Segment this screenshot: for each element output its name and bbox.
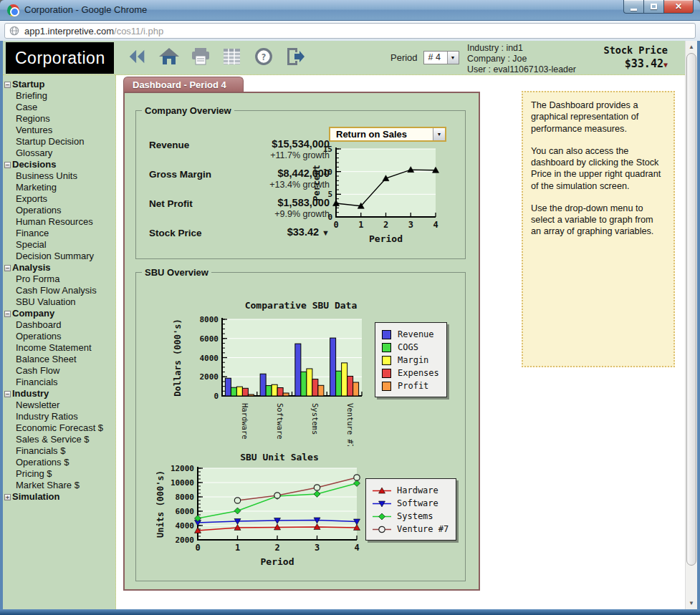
sidebar-item-financials-[interactable]: Financials $ (3, 445, 115, 457)
print-button[interactable] (189, 47, 211, 69)
sidebar-section-startup[interactable]: −Startup (3, 79, 115, 90)
session-info: Industry : ind1 Company : Joe User : eva… (467, 43, 576, 75)
spreadsheet-button[interactable] (221, 47, 243, 69)
sidebar-item-market-share-[interactable]: Market Share $ (3, 480, 115, 491)
sidebar-item-exports[interactable]: Exports (3, 193, 115, 205)
sidebar-section-decisions[interactable]: −Decisions (3, 159, 115, 170)
scroll-down-icon[interactable]: ▼ (686, 597, 697, 609)
metric-gross-margin: Gross Margin$8,442,000+13.4% growth (149, 168, 330, 197)
sidebar-item-decision-summary[interactable]: Decision Summary (3, 251, 115, 262)
scroll-up-icon[interactable]: ▲ (686, 41, 697, 53)
svg-text:6000: 6000 (176, 507, 195, 516)
collapse-icon[interactable]: − (4, 162, 11, 168)
exit-icon (284, 47, 306, 69)
spreadsheet-icon (222, 47, 241, 69)
sidebar-item-label: Business Units (16, 170, 77, 181)
sidebar-item-financials[interactable]: Financials (3, 377, 115, 388)
exit-button[interactable] (284, 47, 306, 69)
sidebar-item-operations-[interactable]: Operations $ (3, 457, 115, 468)
sidebar-item-newsletter[interactable]: Newsletter (3, 399, 115, 411)
period-value: # 4 (428, 52, 441, 62)
close-button[interactable]: ✕ (663, 0, 694, 14)
legend-label: Profit (398, 381, 428, 391)
home-button[interactable] (158, 47, 180, 69)
sidebar-item-ventures[interactable]: Ventures (3, 125, 115, 136)
sidebar-item-briefing[interactable]: Briefing (3, 90, 115, 102)
sidebar-section-analysis[interactable]: −Analysis (3, 262, 115, 273)
svg-text:4000: 4000 (200, 354, 219, 363)
sidebar-item-cash-flow[interactable]: Cash Flow (3, 365, 115, 377)
sidebar-item-label: Industry (12, 388, 49, 399)
help-panel: The Dashboard provides a graphical repre… (522, 91, 675, 367)
sidebar-item-operations[interactable]: Operations (3, 205, 115, 216)
address-bar[interactable]: app1.interpretive.com/cos11/i.php (4, 23, 696, 39)
sidebar-item-business-units[interactable]: Business Units (3, 170, 115, 182)
sidebar-item-case[interactable]: Case (3, 102, 115, 113)
sidebar-item-pricing-[interactable]: Pricing $ (3, 468, 115, 480)
vertical-scrollbar[interactable]: ▲ ▼ (685, 41, 697, 609)
collapse-icon[interactable]: − (4, 391, 11, 397)
sidebar-item-label: Decisions (12, 159, 56, 170)
legend-item-software: Software (373, 497, 449, 510)
svg-text:Period: Period (369, 233, 403, 244)
sidebar-item-balance-sheet[interactable]: Balance Sheet (3, 354, 115, 365)
svg-text:4: 4 (354, 543, 359, 553)
sidebar-item-income-statement[interactable]: Income Statement (3, 342, 115, 354)
minimize-icon (631, 9, 637, 11)
window-titlebar[interactable]: Corporation - Google Chrome ✕ (0, 0, 700, 21)
sidebar-item-label: Newsletter (16, 399, 59, 410)
sidebar-item-operations[interactable]: Operations (3, 331, 115, 342)
sidebar-section-industry[interactable]: −Industry (3, 388, 115, 399)
sidebar-item-industry-ratios[interactable]: Industry Ratios (3, 411, 115, 422)
comparative-sbu-chart: 02000400060008000HardwareSoftwareSystems… (172, 314, 371, 449)
back-button[interactable] (126, 47, 148, 69)
sidebar-section-simulation[interactable]: +Simulation (3, 491, 115, 503)
sidebar-item-dashboard[interactable]: Dashboard (3, 319, 115, 331)
sidebar-item-special[interactable]: Special (3, 239, 115, 251)
sidebar-item-sbu-valuation[interactable]: SBU Valuation (3, 296, 115, 308)
help-paragraph: Use the drop-down menu to select a varia… (531, 203, 666, 238)
bar-chart-title: Comparative SBU Data (172, 300, 430, 311)
svg-text:3: 3 (408, 220, 413, 230)
graph-dropdown-arrow-icon[interactable]: ▼ (433, 128, 445, 140)
sidebar-item-finance[interactable]: Finance (3, 228, 115, 239)
sidebar-item-pro-forma[interactable]: Pro Forma (3, 273, 115, 285)
sidebar-section-company[interactable]: −Company (3, 308, 115, 319)
metric-label: Stock Price (149, 228, 202, 238)
collapse-icon[interactable]: − (4, 265, 11, 271)
sbu-overview-section: SBU Overview Comparative SBU Data 020004… (135, 272, 466, 581)
sidebar-item-label: Cash Flow (16, 365, 59, 376)
legend-label: Software (397, 498, 438, 508)
company-metrics: Revenue$15,534,000+11.7% growthGross Mar… (149, 138, 330, 256)
svg-text:Venture #7: Venture #7 (346, 403, 355, 446)
expand-icon[interactable]: + (4, 494, 11, 500)
collapse-icon[interactable]: − (4, 82, 11, 88)
printer-icon (190, 47, 211, 69)
unit-chart-legend: HardwareSoftwareSystemsVenture #7 (365, 478, 456, 541)
sidebar-item-economic-forecast-[interactable]: Economic Forecast $ (3, 422, 115, 434)
svg-text:10: 10 (323, 168, 332, 177)
sidebar-item-glossary[interactable]: Glossary (3, 147, 115, 159)
help-button[interactable]: ? (252, 47, 274, 69)
metric-label: Gross Margin (149, 169, 211, 180)
period-select[interactable]: # 4 ▼ (423, 51, 459, 64)
legend-label: Revenue (398, 329, 434, 339)
sidebar-item-sales-service-[interactable]: Sales & Service $ (3, 434, 115, 445)
collapse-icon[interactable]: − (4, 311, 11, 317)
minimize-button[interactable] (623, 0, 644, 14)
graph-variable-dropdown[interactable]: Return on Sales ▼ (329, 127, 446, 142)
stock-price-widget[interactable]: Stock Price $33.42▼ (604, 44, 668, 70)
sidebar-item-regions[interactable]: Regions (3, 113, 115, 125)
sidebar-item-cash-flow-analysis[interactable]: Cash Flow Analysis (3, 285, 115, 296)
sidebar-item-label: Marketing (16, 182, 57, 193)
sidebar-item-human-resources[interactable]: Human Resources (3, 216, 115, 228)
scrollbar-thumb[interactable] (686, 53, 696, 566)
legend-marker-icon (373, 486, 391, 495)
svg-text:4: 4 (433, 220, 438, 230)
graph-variable-value: Return on Sales (336, 129, 407, 140)
period-dropdown-arrow-icon[interactable]: ▼ (447, 52, 459, 64)
maximize-button[interactable] (643, 0, 664, 14)
sidebar-item-startup-decision[interactable]: Startup Decision (3, 136, 115, 147)
tab-dashboard[interactable]: Dashboard - Period 4 (123, 77, 244, 92)
sidebar-item-marketing[interactable]: Marketing (3, 182, 115, 193)
